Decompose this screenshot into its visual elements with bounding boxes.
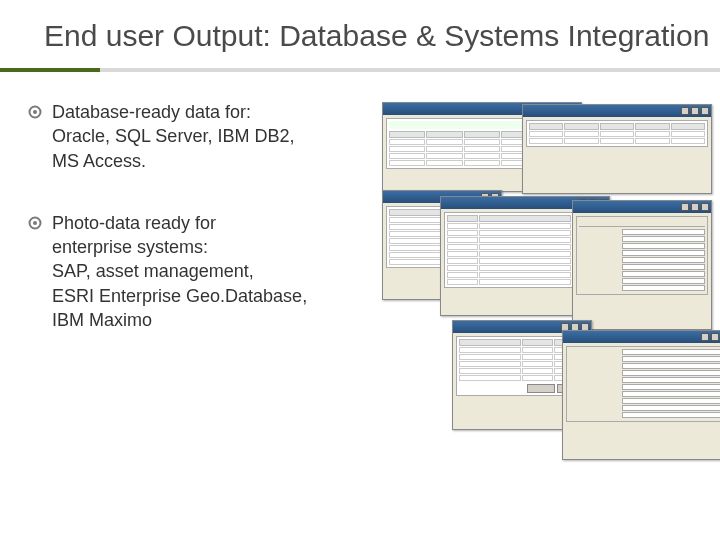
slide-body: Database-ready data for: Oracle, SQL Ser…	[0, 72, 720, 460]
bullet-dot-icon	[28, 105, 42, 119]
title-underline	[0, 68, 720, 72]
window-form	[562, 330, 720, 460]
bullet-text: Photo-data ready for enterprise systems:…	[52, 211, 307, 332]
bullet-text: Database-ready data for: Oracle, SQL Ser…	[52, 100, 294, 173]
underline-rest	[100, 68, 720, 72]
bullet-item: Photo-data ready for enterprise systems:…	[28, 211, 368, 332]
screenshot-collage	[382, 100, 700, 460]
bullet-dot-icon	[28, 216, 42, 230]
svg-point-3	[33, 221, 37, 225]
window-properties-panel	[572, 200, 712, 330]
svg-point-1	[33, 110, 37, 114]
slide-title: End user Output: Database & Systems Inte…	[0, 0, 720, 54]
underline-accent	[0, 68, 100, 72]
bullet-list: Database-ready data for: Oracle, SQL Ser…	[28, 100, 368, 460]
window-order-details	[522, 104, 712, 194]
bullet-item: Database-ready data for: Oracle, SQL Ser…	[28, 100, 368, 173]
